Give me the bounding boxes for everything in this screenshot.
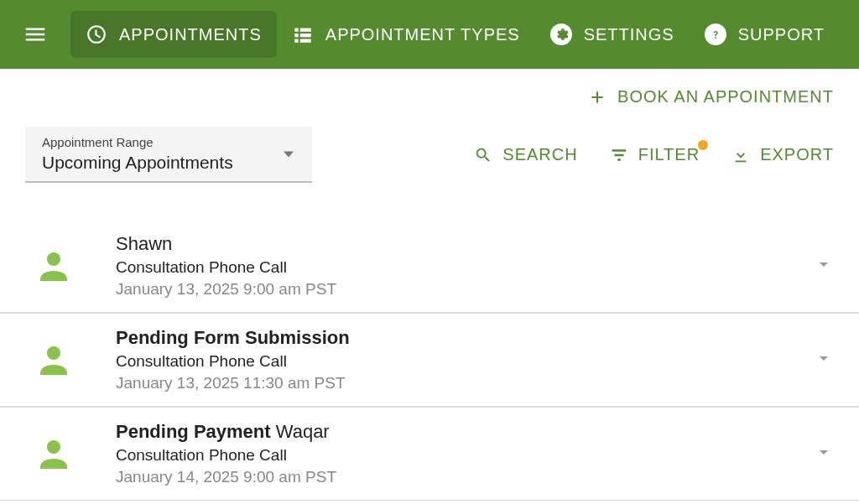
- book-appointment-button[interactable]: BOOK AN APPOINTMENT: [589, 87, 834, 107]
- question-icon: [708, 27, 723, 42]
- appointment-title: Pending Payment Waqar: [116, 421, 814, 443]
- search-label: SEARCH: [502, 145, 577, 164]
- appointment-info: Shawn Consultation Phone Call January 13…: [116, 233, 814, 299]
- plus-icon: [589, 89, 606, 106]
- tab-settings[interactable]: SETTINGS: [535, 11, 690, 58]
- range-value: Upcoming Appointments: [42, 153, 295, 173]
- avatar: [34, 340, 74, 380]
- appointment-row[interactable]: Pending Payment Waqar Consultation Phone…: [0, 407, 859, 501]
- top-nav-bar: APPOINTMENTS APPOINTMENT TYPES SETTINGS …: [0, 0, 859, 69]
- right-controls: SEARCH FILTER EXPORT: [474, 145, 834, 164]
- hamburger-icon: [23, 22, 48, 47]
- tab-appointments[interactable]: APPOINTMENTS: [70, 11, 277, 58]
- settings-icon-wrapper: [550, 23, 572, 45]
- expand-chevron[interactable]: [814, 348, 834, 372]
- download-icon: [731, 146, 750, 164]
- svg-point-2: [47, 440, 60, 454]
- appointment-row[interactable]: Pending Form Submission Consultation Pho…: [0, 313, 859, 407]
- avatar: [34, 434, 74, 474]
- client-name: Waqar: [276, 421, 330, 442]
- chevron-down-icon: [814, 442, 834, 462]
- nav-label: SUPPORT: [738, 25, 825, 44]
- search-button[interactable]: SEARCH: [474, 145, 577, 164]
- export-label: EXPORT: [760, 145, 834, 164]
- hamburger-menu-button[interactable]: [15, 14, 55, 55]
- filter-button[interactable]: FILTER: [610, 145, 700, 164]
- appointment-datetime: January 13, 2025 11:30 am PST: [116, 374, 814, 392]
- search-icon: [474, 146, 492, 164]
- range-label: Appointment Range: [42, 135, 295, 149]
- appointment-range-select[interactable]: Appointment Range Upcoming Appointments: [25, 127, 312, 183]
- appointment-row[interactable]: Shawn Consultation Phone Call January 13…: [0, 220, 859, 313]
- filter-icon: [610, 146, 628, 164]
- person-icon: [34, 246, 74, 286]
- clock-icon: [86, 23, 107, 45]
- expand-chevron[interactable]: [814, 442, 834, 465]
- person-icon: [34, 340, 74, 380]
- svg-point-1: [47, 346, 60, 360]
- gear-icon: [554, 27, 569, 42]
- appointment-title: Shawn: [116, 233, 814, 255]
- filter-label-wrapper: FILTER: [638, 145, 700, 164]
- appointment-type: Consultation Phone Call: [116, 258, 814, 277]
- support-icon-wrapper: [705, 23, 726, 45]
- chevron-down-icon: [814, 254, 834, 274]
- expand-chevron[interactable]: [814, 254, 834, 278]
- client-name: Shawn: [116, 233, 172, 254]
- nav-label: APPOINTMENTS: [119, 25, 262, 44]
- filter-badge-dot: [698, 140, 708, 150]
- appointment-title: Pending Form Submission: [116, 327, 814, 349]
- nav-tabs: APPOINTMENTS APPOINTMENT TYPES SETTINGS …: [70, 11, 840, 58]
- appointment-info: Pending Form Submission Consultation Pho…: [116, 327, 814, 392]
- list-icon: [292, 23, 314, 45]
- avatar: [34, 246, 74, 286]
- appointment-datetime: January 13, 2025 9:00 am PST: [116, 280, 814, 299]
- appointment-info: Pending Payment Waqar Consultation Phone…: [116, 421, 814, 486]
- tab-support[interactable]: SUPPORT: [690, 11, 840, 58]
- filter-label: FILTER: [638, 145, 700, 164]
- chevron-down-icon: [814, 348, 834, 368]
- controls-row: Appointment Range Upcoming Appointments …: [0, 115, 859, 183]
- status-prefix: Pending Form Submission: [116, 327, 350, 348]
- chevron-down-icon: [284, 151, 294, 157]
- action-bar: BOOK AN APPOINTMENT: [0, 69, 859, 115]
- appointment-type: Consultation Phone Call: [116, 352, 814, 371]
- book-label: BOOK AN APPOINTMENT: [617, 87, 834, 107]
- svg-point-0: [47, 252, 60, 266]
- nav-label: APPOINTMENT TYPES: [325, 25, 520, 44]
- appointment-datetime: January 14, 2025 9:00 am PST: [116, 468, 814, 486]
- appointment-list: Shawn Consultation Phone Call January 13…: [0, 220, 859, 501]
- export-button[interactable]: EXPORT: [731, 145, 834, 164]
- nav-label: SETTINGS: [584, 25, 674, 44]
- person-icon: [34, 434, 74, 474]
- status-prefix: Pending Payment: [116, 421, 276, 442]
- tab-appointment-types[interactable]: APPOINTMENT TYPES: [277, 11, 535, 58]
- appointment-type: Consultation Phone Call: [116, 446, 814, 465]
